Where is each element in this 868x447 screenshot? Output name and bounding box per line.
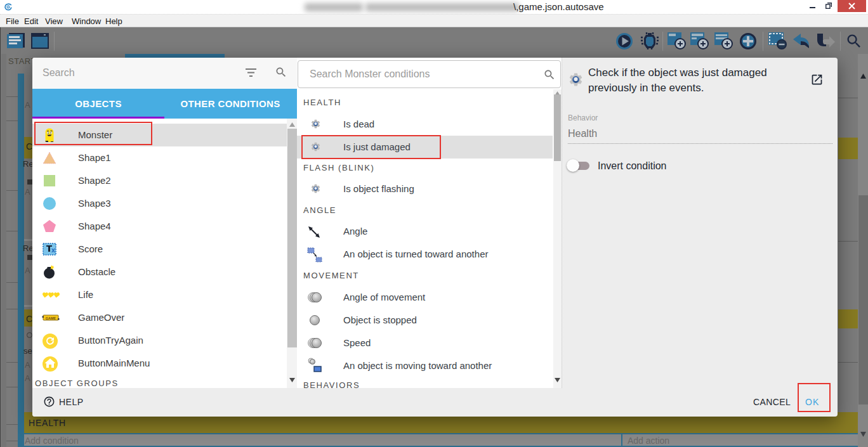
svg-text:GAME: GAME [46,316,56,320]
